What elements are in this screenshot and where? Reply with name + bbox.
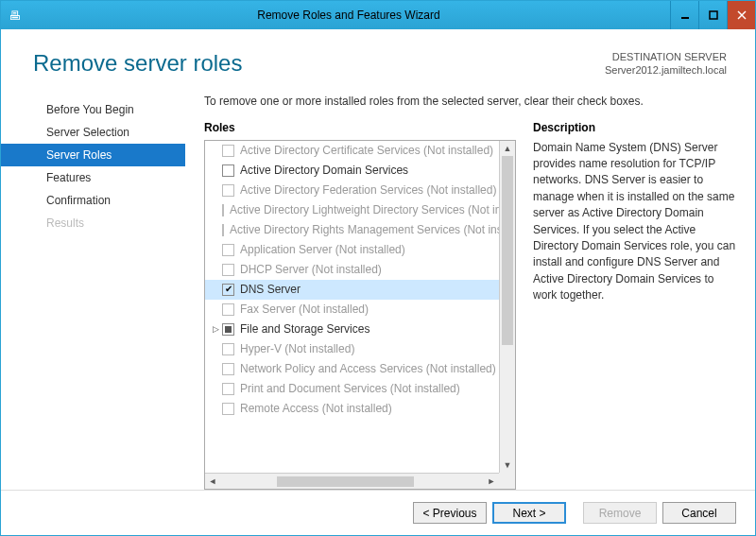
remove-button[interactable]: Remove	[583, 502, 657, 524]
vscroll-thumb[interactable]	[502, 156, 513, 345]
role-label: Active Directory Domain Services	[240, 164, 408, 177]
role-label: DNS Server	[240, 283, 301, 296]
scroll-up-arrow-icon[interactable]: ▲	[500, 141, 515, 156]
role-row[interactable]: Active Directory Domain Services	[205, 161, 499, 181]
role-label: DHCP Server (Not installed)	[240, 263, 382, 276]
columns: Roles Active Directory Certificate Servi…	[204, 121, 736, 490]
maximize-button[interactable]	[698, 1, 727, 29]
main-panel: To remove one or more installed roles fr…	[185, 87, 736, 490]
role-row: Network Policy and Access Services (Not …	[205, 359, 499, 379]
nav-step-confirmation[interactable]: Confirmation	[1, 189, 185, 212]
header-row: Remove server roles DESTINATION SERVER S…	[1, 29, 755, 87]
next-button[interactable]: Next >	[492, 502, 566, 524]
window-title: Remove Roles and Features Wizard	[27, 9, 670, 22]
description-text: Domain Name System (DNS) Server provides…	[533, 140, 736, 304]
description-heading: Description	[533, 121, 736, 134]
scroll-corner	[499, 473, 515, 489]
scroll-down-arrow-icon[interactable]: ▼	[500, 458, 515, 473]
destination-label: DESTINATION SERVER	[605, 50, 727, 63]
roles-scroll-area[interactable]: Active Directory Certificate Services (N…	[205, 141, 499, 473]
role-label: Hyper-V (Not installed)	[240, 342, 354, 355]
nav-step-before-you-begin[interactable]: Before You Begin	[1, 98, 185, 121]
destination-info: DESTINATION SERVER Server2012.jamiltech.…	[605, 50, 727, 78]
role-row: Active Directory Federation Services (No…	[205, 181, 499, 200]
role-row: Active Directory Certificate Services (N…	[205, 141, 499, 161]
role-label: Active Directory Lightweight Directory S…	[230, 203, 499, 216]
role-label: Network Policy and Access Services (Not …	[240, 362, 496, 375]
scroll-left-arrow-icon[interactable]: ◄	[205, 476, 220, 486]
minimize-button[interactable]	[670, 1, 698, 29]
scroll-right-arrow-icon[interactable]: ►	[484, 476, 499, 486]
cancel-button[interactable]: Cancel	[662, 502, 736, 524]
role-row: Active Directory Rights Management Servi…	[205, 220, 499, 240]
role-checkbox	[222, 343, 234, 355]
role-row: Print and Document Services (Not install…	[205, 379, 499, 399]
role-row: Fax Server (Not installed)	[205, 300, 499, 320]
role-label: Fax Server (Not installed)	[240, 303, 369, 316]
content-area: Remove server roles DESTINATION SERVER S…	[1, 29, 755, 535]
role-checkbox	[222, 383, 234, 395]
role-row: Remote Access (Not installed)	[205, 399, 499, 419]
roles-listbox: Active Directory Certificate Services (N…	[204, 140, 516, 490]
nav-step-results: Results	[1, 212, 185, 234]
role-label: Active Directory Rights Management Servi…	[230, 223, 499, 236]
window-controls	[670, 1, 755, 29]
role-row: Application Server (Not installed)	[205, 240, 499, 260]
horizontal-scrollbar[interactable]: ◄ ►	[205, 473, 499, 489]
description-column: Description Domain Name System (DNS) Ser…	[533, 121, 736, 490]
role-checkbox	[222, 184, 234, 197]
role-checkbox	[222, 303, 234, 316]
title-bar[interactable]: 🖶 Remove Roles and Features Wizard	[1, 1, 755, 29]
role-checkbox	[222, 145, 234, 157]
role-checkbox[interactable]	[222, 164, 234, 177]
nav-step-features[interactable]: Features	[1, 166, 185, 189]
page-title: Remove server roles	[33, 50, 605, 77]
destination-name: Server2012.jamiltech.local	[605, 63, 727, 77]
role-row: DHCP Server (Not installed)	[205, 260, 499, 280]
role-checkbox	[222, 403, 234, 415]
role-label: Application Server (Not installed)	[240, 243, 405, 256]
roles-column: Roles Active Directory Certificate Servi…	[204, 121, 516, 490]
role-label: File and Storage Services	[240, 322, 369, 336]
role-label: Active Directory Federation Services (No…	[240, 183, 496, 197]
app-icon: 🖶	[1, 9, 27, 23]
hscroll-thumb[interactable]	[277, 476, 414, 487]
role-checkbox	[222, 363, 234, 375]
vertical-scrollbar[interactable]: ▲ ▼	[499, 141, 515, 473]
role-label: Remote Access (Not installed)	[240, 402, 392, 415]
role-row: Hyper-V (Not installed)	[205, 339, 499, 359]
close-button[interactable]	[727, 1, 755, 29]
role-checkbox	[222, 264, 234, 276]
role-checkbox[interactable]	[222, 323, 234, 336]
previous-button[interactable]: < Previous	[413, 502, 487, 524]
nav-step-server-selection[interactable]: Server Selection	[1, 121, 185, 144]
wizard-nav: Before You BeginServer SelectionServer R…	[1, 87, 185, 490]
roles-heading: Roles	[204, 121, 516, 134]
footer: < Previous Next > Remove Cancel	[1, 490, 755, 535]
role-checkbox	[222, 244, 234, 256]
role-row[interactable]: DNS Server	[205, 280, 499, 300]
role-checkbox	[222, 224, 224, 236]
role-label: Print and Document Services (Not install…	[240, 382, 460, 395]
role-label: Active Directory Certificate Services (N…	[240, 144, 493, 157]
instruction-text: To remove one or more installed roles fr…	[204, 95, 736, 108]
expand-icon[interactable]: ▷	[211, 324, 220, 334]
nav-step-server-roles[interactable]: Server Roles	[1, 144, 185, 166]
svg-rect-1	[710, 11, 717, 19]
body-row: Before You BeginServer SelectionServer R…	[1, 87, 755, 490]
role-checkbox	[222, 204, 224, 216]
role-row[interactable]: ▷File and Storage Services	[205, 320, 499, 339]
role-row: Active Directory Lightweight Directory S…	[205, 200, 499, 220]
wizard-window: 🖶 Remove Roles and Features Wizard Remov…	[0, 0, 756, 536]
role-checkbox[interactable]	[222, 284, 234, 296]
